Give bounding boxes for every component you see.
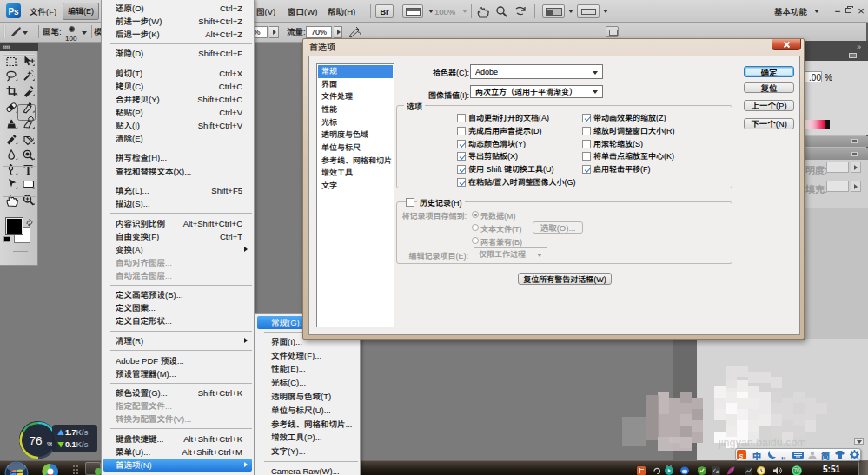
svg-text:76: 76 [793, 467, 800, 473]
svg-text:76: 76 [29, 434, 42, 447]
